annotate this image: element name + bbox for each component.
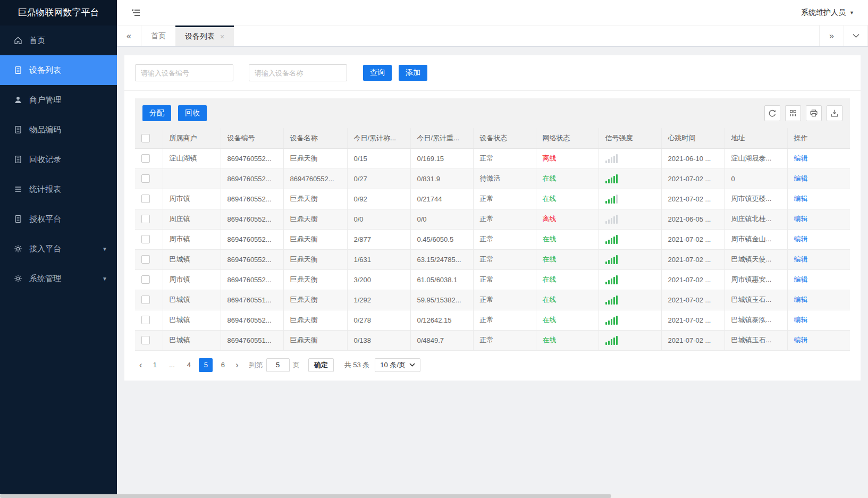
device-no-cell: 8694760552... xyxy=(221,209,283,229)
gear-icon xyxy=(14,274,22,283)
edit-link[interactable]: 编辑 xyxy=(794,336,808,344)
table-body: 淀山湖镇8694760552...巨鼎天衡0/150/169.15正常离线202… xyxy=(135,148,850,350)
total-count-label: 共 53 条 xyxy=(344,360,370,370)
add-button[interactable]: 添加 xyxy=(399,65,427,81)
network-status: 在线 xyxy=(543,336,557,344)
row-checkbox[interactable] xyxy=(141,195,150,203)
signal-strength-icon xyxy=(605,174,655,183)
sidebar-item-6[interactable]: 授权平台 xyxy=(0,204,117,234)
table-row: 巴城镇8694760552...巨鼎天衡1/63163.15/24785...正… xyxy=(135,249,850,269)
network-status: 在线 xyxy=(543,174,557,182)
device-no-input[interactable] xyxy=(135,64,233,81)
tab-1[interactable]: 设备列表× xyxy=(175,26,234,46)
row-checkbox[interactable] xyxy=(141,275,150,284)
sidebar-item-7[interactable]: 接入平台▼ xyxy=(0,234,117,264)
row-checkbox[interactable] xyxy=(141,296,150,304)
table-row: 周市镇8694760552...巨鼎天衡0/920/21744正常在线2021-… xyxy=(135,189,850,209)
confirm-button[interactable]: 确定 xyxy=(308,358,334,372)
chevron-down-icon: ▼ xyxy=(102,276,107,282)
page-number[interactable]: 5 xyxy=(199,358,213,372)
columns-icon[interactable] xyxy=(785,105,801,121)
sidebar-item-label: 物品编码 xyxy=(29,125,61,135)
row-checkbox[interactable] xyxy=(141,174,150,183)
column-header: 所属商户 xyxy=(163,128,221,148)
weight-cell: 0/0 xyxy=(410,209,473,229)
weight-cell: 59.95/15382... xyxy=(410,290,473,310)
device-name-input[interactable] xyxy=(249,64,347,81)
edit-link[interactable]: 编辑 xyxy=(794,316,808,324)
device-no-cell: 8694760552... xyxy=(221,148,283,168)
page-unit-label: 页 xyxy=(293,360,300,370)
query-button[interactable]: 查询 xyxy=(363,65,392,81)
row-checkbox[interactable] xyxy=(141,336,150,344)
prev-page-icon[interactable]: ‹ xyxy=(135,360,146,370)
edit-link[interactable]: 编辑 xyxy=(794,255,808,263)
page-number[interactable]: 1 xyxy=(148,358,162,372)
row-checkbox[interactable] xyxy=(141,316,150,324)
refresh-icon[interactable] xyxy=(764,105,780,121)
row-checkbox[interactable] xyxy=(141,255,150,264)
device-name-cell: 巨鼎天衡 xyxy=(283,269,347,290)
close-icon[interactable]: × xyxy=(220,32,224,41)
device-no-cell: 8694760551... xyxy=(221,290,283,310)
tabs-dropdown-icon[interactable] xyxy=(844,26,868,46)
row-checkbox[interactable] xyxy=(141,235,150,243)
doc-icon xyxy=(14,66,22,74)
assign-button[interactable]: 分配 xyxy=(142,105,171,121)
sidebar-item-8[interactable]: 系统管理▼ xyxy=(0,264,117,293)
page-number[interactable]: 4 xyxy=(182,358,196,372)
edit-link[interactable]: 编辑 xyxy=(794,296,808,303)
network-status: 在线 xyxy=(543,275,557,283)
next-page-icon[interactable]: › xyxy=(231,360,242,370)
sidebar-item-5[interactable]: 统计报表 xyxy=(0,174,117,204)
export-icon[interactable] xyxy=(827,105,842,121)
sidebar-item-label: 授权平台 xyxy=(29,214,61,224)
sidebar-item-label: 统计报表 xyxy=(29,184,61,195)
print-icon[interactable] xyxy=(806,105,822,121)
merchant-cell: 巴城镇 xyxy=(163,249,221,269)
chevron-down-icon: ▼ xyxy=(102,246,107,252)
sidebar-item-label: 首页 xyxy=(29,36,45,46)
sidebar-item-label: 系统管理 xyxy=(29,274,61,284)
row-checkbox[interactable] xyxy=(141,215,150,223)
sidebar-item-2[interactable]: 商户管理 xyxy=(0,85,117,115)
address-cell: 0 xyxy=(724,168,787,189)
pagination-pages: 1...456 xyxy=(146,358,231,372)
sidebar-item-4[interactable]: 回收记录 xyxy=(0,145,117,174)
tabs-scroll-left-icon[interactable]: « xyxy=(117,26,141,46)
device-name-cell: 巨鼎天衡 xyxy=(283,229,347,249)
recycle-button[interactable]: 回收 xyxy=(178,105,207,121)
device-no-cell: 8694760552... xyxy=(221,229,283,249)
column-header: 设备名称 xyxy=(283,128,347,148)
edit-link[interactable]: 编辑 xyxy=(794,174,808,182)
goto-page-input[interactable] xyxy=(266,358,290,372)
page-size-select[interactable]: 10 条/页 xyxy=(375,358,420,372)
sidebar-item-3[interactable]: 物品编码 xyxy=(0,115,117,145)
user-menu[interactable]: 系统维护人员 ▼ xyxy=(801,8,854,18)
page-number[interactable]: 6 xyxy=(216,358,230,372)
edit-link[interactable]: 编辑 xyxy=(794,275,808,283)
doc-icon xyxy=(14,155,22,164)
tab-0[interactable]: 首页 xyxy=(141,26,175,46)
row-checkbox[interactable] xyxy=(141,154,150,163)
device-no-cell: 8694760552... xyxy=(221,189,283,209)
toggle-sidebar-icon[interactable] xyxy=(131,7,141,18)
heartbeat-cell: 2021-07-02 ... xyxy=(661,229,724,249)
edit-link[interactable]: 编辑 xyxy=(794,195,808,202)
edit-link[interactable]: 编辑 xyxy=(794,235,808,243)
scrollbar-thumb[interactable] xyxy=(0,494,611,498)
horizontal-scrollbar[interactable] xyxy=(0,494,868,498)
tabs-scroll-right-icon[interactable]: » xyxy=(819,26,844,46)
device-name-cell: 巨鼎天衡 xyxy=(283,249,347,269)
status-cell: 待激活 xyxy=(473,168,536,189)
table-header-row: 所属商户设备编号设备名称今日/累计称...今日/累计重...设备状态网络状态信号… xyxy=(135,128,850,148)
merchant-cell xyxy=(163,168,221,189)
address-cell: 周市镇金山... xyxy=(724,229,787,249)
heartbeat-cell: 2021-06-05 ... xyxy=(661,209,724,229)
edit-link[interactable]: 编辑 xyxy=(794,154,808,162)
edit-link[interactable]: 编辑 xyxy=(794,215,808,223)
sidebar-item-0[interactable]: 首页 xyxy=(0,26,117,55)
select-all-checkbox[interactable] xyxy=(141,134,150,142)
device-no-cell: 8694760552... xyxy=(221,168,283,189)
sidebar-item-1[interactable]: 设备列表 xyxy=(0,55,117,85)
